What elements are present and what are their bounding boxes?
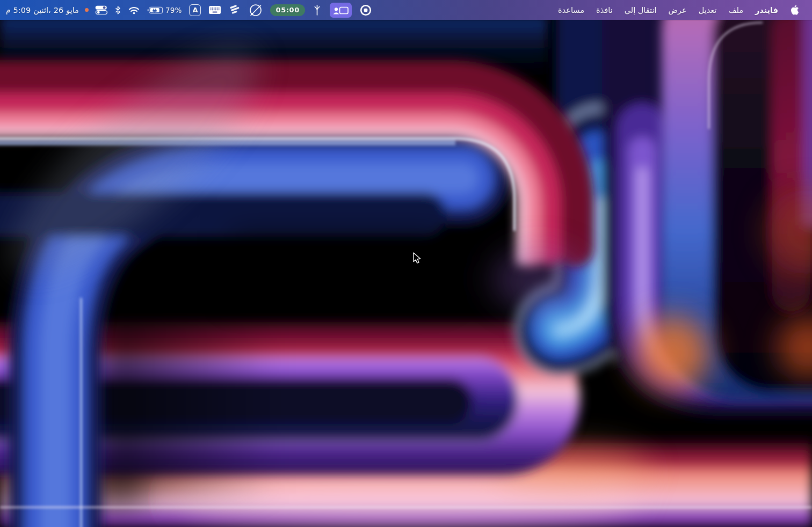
- battery-menu-extra[interactable]: 79%: [143, 0, 186, 20]
- menu-item-view[interactable]: عرض: [663, 0, 693, 20]
- menu-item-finder[interactable]: فايندر: [749, 0, 784, 20]
- fork-icon: [313, 5, 322, 16]
- menu-item-window[interactable]: نافذة: [590, 0, 619, 20]
- screen-sharing-menu-extra[interactable]: [325, 0, 356, 20]
- clock-time: 5:09 م: [6, 6, 31, 14]
- microphone-activity-dot: [82, 0, 91, 20]
- screen-recording-stop-icon: [360, 4, 372, 16]
- screen-sharing-active-icon: [330, 3, 352, 18]
- timer-menu-extra[interactable]: 05:00: [266, 0, 308, 20]
- screen-recording-stop-button[interactable]: [356, 0, 375, 20]
- bluetooth-menu-extra[interactable]: [111, 0, 125, 20]
- control-center-button[interactable]: [91, 0, 111, 20]
- input-source-box: A: [189, 4, 201, 16]
- fork-menu-extra[interactable]: [309, 0, 325, 20]
- apple-menu[interactable]: [784, 0, 806, 20]
- battery-charging-icon: [147, 6, 163, 14]
- menu-item-help[interactable]: مساعدة: [552, 0, 590, 20]
- clock-date-word: 26: [54, 6, 63, 14]
- clock-date-word: مايو: [66, 6, 79, 14]
- timer-pill: 05:00: [270, 4, 305, 16]
- menu-item-go[interactable]: انتقال إلى: [619, 0, 663, 20]
- keyboard-menu-extra[interactable]: [205, 0, 225, 20]
- wifi-menu-extra[interactable]: [125, 0, 143, 20]
- menubar-clock[interactable]: 5:09 م اثنين،26مايو: [3, 0, 82, 20]
- desktop-wallpaper: [0, 0, 812, 527]
- wifi-icon: [128, 6, 140, 14]
- clock-date-word: اثنين،: [33, 6, 51, 14]
- control-center-toggles-icon: [95, 5, 107, 14]
- apple-icon: [791, 5, 799, 15]
- app-menus-cluster: فايندرملفتعديلعرضانتقال إلىنافذةمساعدة: [552, 0, 812, 20]
- menu-item-edit[interactable]: تعديل: [693, 0, 723, 20]
- mic-indicator-icon: [85, 8, 89, 12]
- capture-app-icon: [229, 4, 241, 16]
- keyboard-icon: [208, 5, 221, 14]
- status-cluster: 5:09 م اثنين،26مايو: [0, 0, 375, 20]
- menu-bar: 5:09 م اثنين،26مايو: [0, 0, 812, 20]
- input-source-menu-extra[interactable]: A: [185, 0, 205, 20]
- battery-percentage: 79%: [165, 6, 182, 14]
- clock-date: اثنين،26مايو: [33, 6, 79, 14]
- compass-menu-extra[interactable]: [245, 0, 266, 20]
- bluetooth-icon: [115, 6, 121, 14]
- capture-app-menu-extra[interactable]: [225, 0, 245, 20]
- menu-item-file[interactable]: ملف: [722, 0, 749, 20]
- compass-icon: [249, 3, 263, 17]
- timer-value: 05:00: [276, 6, 299, 14]
